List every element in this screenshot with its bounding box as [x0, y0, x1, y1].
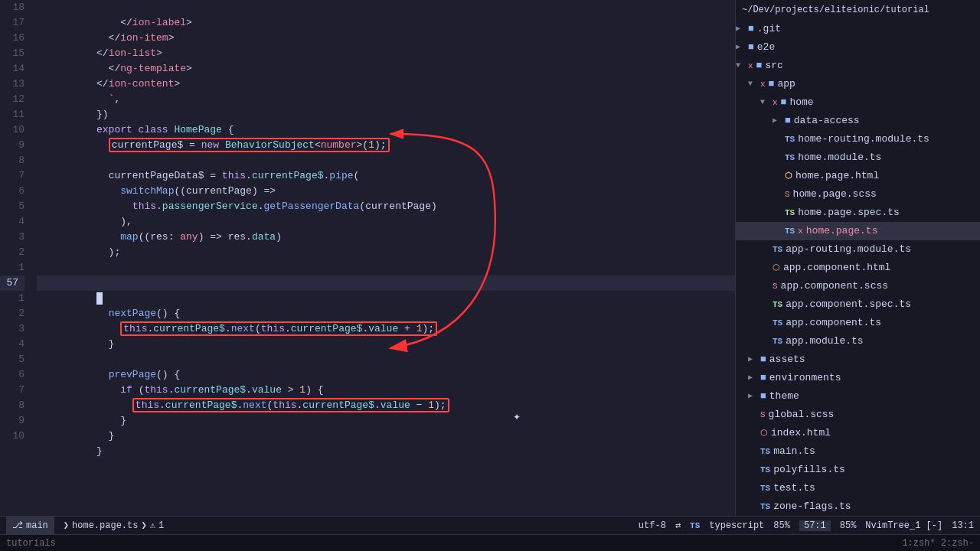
code-line-4: map((res: any) => res.data)	[37, 214, 735, 230]
tree-label-app-scss: app.component.scss	[781, 279, 888, 294]
tree-label-test-ts: test.ts	[773, 481, 815, 496]
code-line-18: </ion-label>	[37, 0, 735, 15]
code-line-9	[37, 138, 735, 153]
ts-icon-app-ts: TS	[773, 315, 782, 331]
tree-item-git[interactable]: ▶ ■ .git	[736, 20, 980, 38]
tree-item-home-scss[interactable]: S home.page.scss	[736, 185, 980, 204]
tree-item-zone-flags[interactable]: TS zone-flags.ts	[736, 497, 980, 516]
tree-label-home-routing: home-routing.module.ts	[798, 132, 929, 147]
scss-icon-app: S	[773, 279, 778, 294]
tree-item-app-html[interactable]: ⬡ app.component.html	[736, 259, 980, 277]
tree-arrow-src: ▼	[736, 58, 748, 73]
tree-label-assets: assets	[769, 352, 805, 367]
code-container: 18 17 16 15 14 13 12 11 10 9 8 7 6 5 4 3…	[0, 0, 735, 516]
tree-item-home-spec[interactable]: TS home.page.spec.ts	[736, 204, 980, 222]
code-lines: </ion-label> </ion-item> </ion-list> </n…	[31, 0, 735, 516]
folder-icon-theme: ■	[760, 389, 766, 404]
tree-item-environments[interactable]: ▶ ■ environments	[736, 369, 980, 387]
tree-item-app-routing[interactable]: TS app-routing.module.ts	[736, 240, 980, 259]
tree-item-app-module[interactable]: TS app.module.ts	[736, 332, 980, 350]
tree-label-environments: environments	[769, 370, 841, 386]
tree-item-home-routing[interactable]: TS home-routing.module.ts	[736, 130, 980, 148]
ts-icon-test: TS	[760, 481, 770, 496]
tree-arrow-e2e: ▶	[736, 40, 748, 55]
main-area: 18 17 16 15 14 13 12 11 10 9 8 7 6 5 4 3…	[0, 0, 980, 516]
ts-icon-app-routing: TS	[773, 242, 782, 257]
tree-label-git: .git	[757, 21, 781, 37]
tree-arrow-app: ▼	[748, 77, 760, 92]
code-line-10: currentPage$ = new BehaviorSubject<numbe…	[37, 122, 735, 138]
code-section2-line4	[37, 337, 735, 352]
tree-item-app-ts[interactable]: TS app.component.ts	[736, 314, 980, 332]
tree-label-home-scss: home.page.scss	[793, 187, 877, 202]
tree-label-main-ts: main.ts	[773, 444, 815, 459]
warning-count: 1	[158, 520, 164, 531]
ts-icon-app-module: TS	[773, 334, 782, 349]
encoding-arrows: ⇄	[675, 520, 681, 531]
tree-item-app-spec[interactable]: TS app.component.spec.ts	[736, 295, 980, 314]
tree-item-src[interactable]: ▼ x ■ src	[736, 57, 980, 75]
code-line-15: </ng-template>	[37, 46, 735, 61]
tree-label-app-ts: app.component.ts	[786, 315, 881, 331]
tab-bar: tutorials 1:zsh* 2:zsh-	[0, 534, 980, 551]
code-section2-line3: }	[37, 321, 735, 337]
branch-indicator: ⎇ main	[6, 517, 54, 535]
tree-item-data-access[interactable]: ▶ ■ data-access	[736, 112, 980, 130]
scss-icon-global: S	[760, 407, 766, 422]
branch-name: main	[26, 520, 48, 531]
tree-label-polyfills: polyfills.ts	[773, 462, 845, 478]
tree-item-app[interactable]: ▼ x ■ app	[736, 75, 980, 93]
html-icon-index: ⬡	[760, 425, 768, 441]
tree-item-polyfills[interactable]: TS polyfills.ts	[736, 461, 980, 479]
tree-item-theme[interactable]: ▶ ■ theme	[736, 387, 980, 406]
spec-icon-home: TS	[785, 205, 795, 220]
status-bar: ⎇ main ❯ home.page.ts ❯ ⚠ 1 utf-8 ⇄ TS t…	[0, 516, 980, 534]
tree-item-global-scss[interactable]: S global.scss	[736, 406, 980, 424]
code-section2-line10: }	[37, 429, 735, 444]
folder-icon-src: ■	[756, 58, 763, 73]
tree-arrow-git: ▶	[736, 21, 748, 37]
badge-home-ts: x	[798, 223, 803, 239]
code-section2-line7: this.currentPage$.next(this.currentPage$…	[37, 383, 735, 398]
code-line-57	[37, 276, 735, 291]
tree-label-index-html: index.html	[771, 425, 831, 441]
tree-item-e2e[interactable]: ▶ ■ e2e	[736, 38, 980, 57]
spec-icon-app: TS	[773, 297, 782, 312]
folder-icon-environments: ■	[760, 370, 766, 386]
tree-arrow-home: ▼	[760, 95, 773, 110]
tree-item-index-html[interactable]: ⬡ index.html	[736, 424, 980, 442]
code-section2-line8: }	[37, 398, 735, 413]
sidebar-header: ~/Dev/projects/eliteionic/tutorial	[736, 0, 980, 20]
html-icon-home: ⬡	[785, 168, 792, 184]
code-line-13: `,	[37, 77, 735, 92]
tree-item-test-ts[interactable]: TS test.ts	[736, 479, 980, 497]
tree-label-app-routing: app-routing.module.ts	[786, 242, 911, 257]
code-line-14: </ion-content>	[37, 61, 735, 77]
editor-filename: home.page.ts	[72, 520, 138, 531]
tree-label-home-spec: home.page.spec.ts	[798, 205, 900, 220]
tree-label-app-module: app.module.ts	[786, 334, 863, 349]
tree-label-data-access: data-access	[794, 113, 860, 129]
folder-icon-assets: ■	[760, 352, 766, 367]
tree-label-home: home	[789, 95, 813, 110]
tree-label-src: src	[765, 58, 782, 73]
code-line-1: constructor(private passengerService: Pa…	[37, 260, 735, 276]
tree-item-home-module[interactable]: TS home.module.ts	[736, 148, 980, 167]
tree-label-theme: theme	[769, 389, 799, 404]
code-section2-line9: }	[37, 413, 735, 429]
tree-item-assets[interactable]: ▶ ■ assets	[736, 350, 980, 369]
code-line-17: </ion-item>	[37, 15, 735, 31]
ts-icon-polyfills: TS	[760, 462, 770, 478]
tree-item-main-ts[interactable]: TS main.ts	[736, 442, 980, 461]
tree-item-app-scss[interactable]: S app.component.scss	[736, 277, 980, 295]
nvim-pos: 13:1	[952, 520, 974, 531]
tree-label-home-module: home.module.ts	[798, 150, 881, 165]
tree-item-home[interactable]: ▼ x ■ home	[736, 93, 980, 112]
tree-item-home-ts[interactable]: TS x home.page.ts	[736, 222, 980, 240]
tree-label-app-spec: app.component.spec.ts	[786, 297, 911, 312]
status-left: ⎇ main ❯ home.page.ts ❯ ⚠ 1	[6, 517, 170, 535]
git-branch-icon: ⎇	[12, 520, 23, 531]
code-line-3: );	[37, 230, 735, 245]
code-line-16: </ion-list>	[37, 31, 735, 46]
tree-item-home-html[interactable]: ⬡ home.page.html	[736, 167, 980, 185]
